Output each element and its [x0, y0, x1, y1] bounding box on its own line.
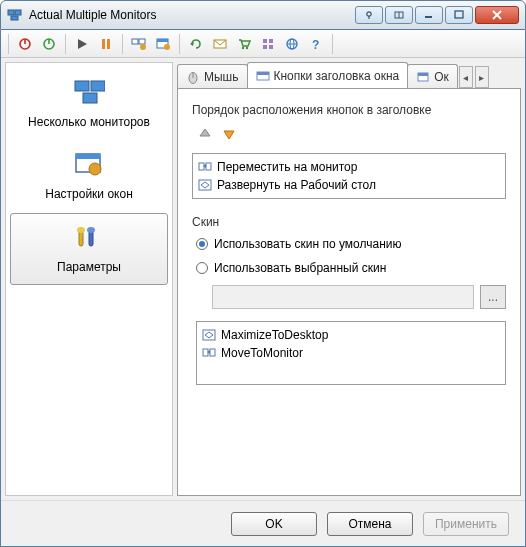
- move-up-button[interactable]: [196, 125, 214, 143]
- dialog-footer: OK Отмена Применить: [1, 500, 525, 546]
- cart-icon[interactable]: [233, 33, 255, 55]
- tab-label: Ок: [434, 70, 449, 84]
- title-buttons-list[interactable]: Переместить на монитор Развернуть на Раб…: [192, 153, 506, 199]
- radio-icon: [196, 238, 208, 250]
- window-buttons: [355, 6, 519, 24]
- svg-rect-54: [199, 163, 204, 170]
- list-item-label: MoveToMonitor: [221, 346, 303, 360]
- svg-point-23: [164, 44, 170, 50]
- svg-rect-55: [206, 163, 211, 170]
- svg-rect-49: [257, 72, 269, 75]
- minimize-button[interactable]: [415, 6, 443, 24]
- close-button[interactable]: [475, 6, 519, 24]
- list-item[interactable]: Развернуть на Рабочий стол: [197, 176, 501, 194]
- move-down-button[interactable]: [220, 125, 238, 143]
- reorder-arrows: [196, 125, 506, 143]
- svg-rect-16: [102, 39, 105, 49]
- list-item-label: Развернуть на Рабочий стол: [217, 178, 376, 192]
- tab-scroll-left[interactable]: ◂: [459, 66, 473, 88]
- svg-rect-8: [455, 11, 463, 18]
- svg-rect-31: [269, 45, 273, 49]
- multiple-monitors-icon: [73, 77, 105, 109]
- pause-icon[interactable]: [95, 33, 117, 55]
- svg-marker-52: [200, 129, 210, 136]
- window-frame: ? Несколько мониторов Настройки окон: [0, 30, 526, 547]
- tab-label: Кнопки заголовка окна: [274, 69, 400, 83]
- svg-rect-19: [139, 39, 145, 44]
- app-icon: [7, 7, 23, 23]
- svg-rect-36: [75, 81, 89, 91]
- extra-button-2[interactable]: [385, 6, 413, 24]
- sidebar-item-label: Настройки окон: [45, 187, 133, 201]
- move-to-monitor-icon: [201, 345, 217, 361]
- svg-text:?: ?: [312, 38, 319, 51]
- sidebar-item-label: Несколько мониторов: [28, 115, 150, 129]
- globe-icon[interactable]: [281, 33, 303, 55]
- radio-custom-skin[interactable]: Использовать выбранный скин: [196, 261, 506, 275]
- svg-point-45: [87, 227, 95, 233]
- toolbar: ?: [1, 30, 525, 58]
- svg-rect-37: [91, 81, 105, 91]
- svg-rect-22: [157, 39, 168, 42]
- svg-rect-2: [11, 16, 18, 20]
- svg-point-3: [367, 12, 371, 16]
- list-item-label: Переместить на монитор: [217, 160, 357, 174]
- svg-marker-15: [78, 39, 87, 49]
- maximize-button[interactable]: [445, 6, 473, 24]
- sidebar-item-windows[interactable]: Настройки окон: [10, 141, 168, 211]
- help-icon[interactable]: ?: [305, 33, 327, 55]
- svg-rect-59: [203, 349, 208, 356]
- skin-path-row: ...: [212, 285, 506, 309]
- maximize-to-desktop-icon: [201, 327, 217, 343]
- sidebar: Несколько мониторов Настройки окон Парам…: [5, 62, 173, 496]
- svg-rect-38: [83, 93, 97, 103]
- extra-button-1[interactable]: [355, 6, 383, 24]
- tab-scroll-right[interactable]: ▸: [475, 66, 489, 88]
- sidebar-item-options[interactable]: Параметры: [10, 213, 168, 285]
- list-item-label: MaximizeToDesktop: [221, 328, 328, 342]
- svg-point-26: [242, 46, 244, 48]
- monitors-icon[interactable]: [128, 33, 150, 55]
- tab-mouse[interactable]: Мышь: [177, 64, 248, 88]
- radio-label: Использовать выбранный скин: [214, 261, 386, 275]
- svg-rect-28: [263, 39, 267, 43]
- order-label: Порядок расположения кнопок в заголовке: [192, 103, 506, 117]
- svg-rect-1: [15, 10, 21, 15]
- svg-point-27: [246, 46, 248, 48]
- list-item[interactable]: MaximizeToDesktop: [201, 326, 501, 344]
- grid-icon[interactable]: [257, 33, 279, 55]
- tab-label: Мышь: [204, 70, 239, 84]
- window-config-icon[interactable]: [152, 33, 174, 55]
- power-red-icon[interactable]: [14, 33, 36, 55]
- skin-path-input: [212, 285, 474, 309]
- svg-point-20: [140, 44, 146, 50]
- title-bar: Actual Multiple Monitors: [0, 0, 526, 30]
- browse-button[interactable]: ...: [480, 285, 506, 309]
- power-green-icon[interactable]: [38, 33, 60, 55]
- tab-content: Порядок расположения кнопок в заголовке …: [177, 88, 521, 496]
- tab-partial[interactable]: Ок: [407, 64, 458, 88]
- list-item[interactable]: MoveToMonitor: [201, 344, 501, 362]
- window-title: Actual Multiple Monitors: [29, 8, 355, 22]
- radio-label: Использовать скин по умолчанию: [214, 237, 402, 251]
- radio-default-skin[interactable]: Использовать скин по умолчанию: [196, 237, 506, 251]
- list-item[interactable]: Переместить на монитор: [197, 158, 501, 176]
- titlebar-icon: [256, 69, 270, 83]
- mail-icon[interactable]: [209, 33, 231, 55]
- skins-list[interactable]: MaximizeToDesktop MoveToMonitor: [196, 321, 506, 385]
- ok-button[interactable]: OK: [231, 512, 317, 536]
- svg-rect-17: [107, 39, 110, 49]
- tab-title-buttons[interactable]: Кнопки заголовка окна: [247, 62, 409, 88]
- apply-button[interactable]: Применить: [423, 512, 509, 536]
- sidebar-item-monitors[interactable]: Несколько мониторов: [10, 69, 168, 139]
- play-icon[interactable]: [71, 33, 93, 55]
- svg-rect-0: [8, 10, 14, 15]
- radio-icon: [196, 262, 208, 274]
- svg-point-44: [77, 227, 85, 233]
- svg-rect-29: [269, 39, 273, 43]
- window-settings-icon: [73, 149, 105, 181]
- options-icon: [73, 222, 105, 254]
- svg-marker-53: [224, 131, 234, 139]
- cancel-button[interactable]: Отмена: [327, 512, 413, 536]
- refresh-icon[interactable]: [185, 33, 207, 55]
